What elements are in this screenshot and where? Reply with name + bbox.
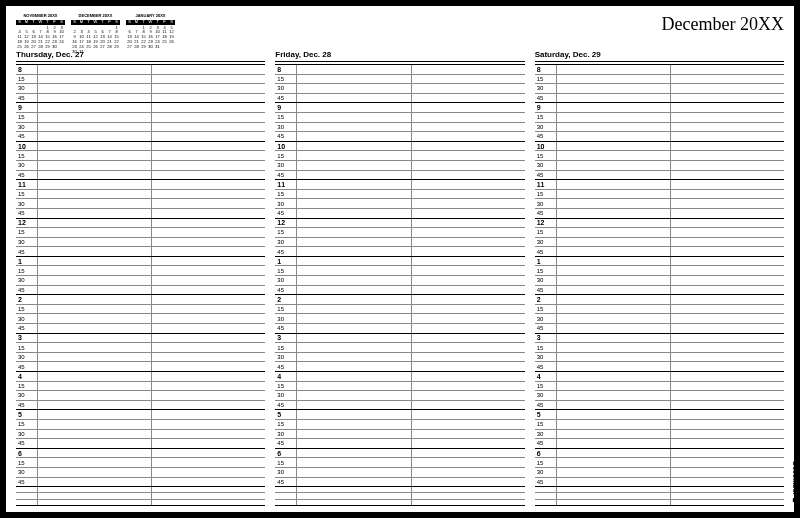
appointment-cell[interactable] xyxy=(152,276,265,285)
appointment-cell[interactable] xyxy=(297,180,411,189)
appointment-cell[interactable] xyxy=(297,401,411,410)
notes-cell[interactable] xyxy=(557,493,671,498)
appointment-cell[interactable] xyxy=(671,420,784,429)
appointment-cell[interactable] xyxy=(152,314,265,323)
appointment-cell[interactable] xyxy=(152,266,265,275)
appointment-cell[interactable] xyxy=(152,171,265,180)
appointment-cell[interactable] xyxy=(557,430,671,439)
appointment-cell[interactable] xyxy=(38,286,152,295)
appointment-cell[interactable] xyxy=(152,478,265,487)
appointment-cell[interactable] xyxy=(557,382,671,391)
appointment-cell[interactable] xyxy=(297,219,411,228)
notes-cell[interactable] xyxy=(38,493,152,498)
appointment-cell[interactable] xyxy=(297,228,411,237)
appointment-cell[interactable] xyxy=(412,286,525,295)
appointment-cell[interactable] xyxy=(297,314,411,323)
appointment-cell[interactable] xyxy=(412,324,525,333)
appointment-cell[interactable] xyxy=(557,257,671,266)
appointment-cell[interactable] xyxy=(297,372,411,381)
appointment-cell[interactable] xyxy=(152,401,265,410)
appointment-cell[interactable] xyxy=(671,180,784,189)
appointment-cell[interactable] xyxy=(297,334,411,343)
notes-cell[interactable] xyxy=(412,487,525,492)
appointment-cell[interactable] xyxy=(412,382,525,391)
appointment-cell[interactable] xyxy=(38,171,152,180)
appointment-cell[interactable] xyxy=(152,219,265,228)
appointment-cell[interactable] xyxy=(412,430,525,439)
appointment-cell[interactable] xyxy=(38,458,152,467)
appointment-cell[interactable] xyxy=(38,334,152,343)
appointment-cell[interactable] xyxy=(412,420,525,429)
appointment-cell[interactable] xyxy=(297,439,411,448)
notes-cell[interactable] xyxy=(275,487,297,492)
appointment-cell[interactable] xyxy=(671,449,784,458)
appointment-cell[interactable] xyxy=(412,439,525,448)
appointment-cell[interactable] xyxy=(297,94,411,103)
notes-cell[interactable] xyxy=(412,500,525,505)
appointment-cell[interactable] xyxy=(152,94,265,103)
appointment-cell[interactable] xyxy=(38,430,152,439)
appointment-cell[interactable] xyxy=(152,123,265,132)
appointment-cell[interactable] xyxy=(297,276,411,285)
appointment-cell[interactable] xyxy=(38,94,152,103)
appointment-cell[interactable] xyxy=(671,382,784,391)
appointment-cell[interactable] xyxy=(671,94,784,103)
notes-cell[interactable] xyxy=(671,493,784,498)
appointment-cell[interactable] xyxy=(297,151,411,160)
appointment-cell[interactable] xyxy=(412,276,525,285)
appointment-cell[interactable] xyxy=(38,401,152,410)
appointment-cell[interactable] xyxy=(557,458,671,467)
appointment-cell[interactable] xyxy=(671,123,784,132)
appointment-cell[interactable] xyxy=(557,180,671,189)
appointment-cell[interactable] xyxy=(557,478,671,487)
appointment-cell[interactable] xyxy=(557,353,671,362)
appointment-cell[interactable] xyxy=(38,382,152,391)
appointment-cell[interactable] xyxy=(412,401,525,410)
appointment-cell[interactable] xyxy=(152,65,265,74)
appointment-cell[interactable] xyxy=(38,219,152,228)
appointment-cell[interactable] xyxy=(152,324,265,333)
appointment-cell[interactable] xyxy=(38,324,152,333)
appointment-cell[interactable] xyxy=(412,209,525,218)
appointment-cell[interactable] xyxy=(38,132,152,141)
appointment-cell[interactable] xyxy=(152,420,265,429)
appointment-cell[interactable] xyxy=(671,468,784,477)
appointment-cell[interactable] xyxy=(557,276,671,285)
appointment-cell[interactable] xyxy=(38,238,152,247)
appointment-cell[interactable] xyxy=(671,132,784,141)
appointment-cell[interactable] xyxy=(557,123,671,132)
appointment-cell[interactable] xyxy=(412,94,525,103)
appointment-cell[interactable] xyxy=(38,257,152,266)
appointment-cell[interactable] xyxy=(152,180,265,189)
appointment-cell[interactable] xyxy=(671,362,784,371)
appointment-cell[interactable] xyxy=(671,305,784,314)
appointment-cell[interactable] xyxy=(412,238,525,247)
appointment-cell[interactable] xyxy=(297,132,411,141)
appointment-cell[interactable] xyxy=(557,209,671,218)
appointment-cell[interactable] xyxy=(557,247,671,256)
notes-cell[interactable] xyxy=(297,500,411,505)
appointment-cell[interactable] xyxy=(152,343,265,352)
appointment-cell[interactable] xyxy=(152,468,265,477)
notes-cell[interactable] xyxy=(671,487,784,492)
appointment-cell[interactable] xyxy=(412,266,525,275)
appointment-cell[interactable] xyxy=(297,410,411,419)
appointment-cell[interactable] xyxy=(671,238,784,247)
appointment-cell[interactable] xyxy=(412,410,525,419)
appointment-cell[interactable] xyxy=(412,372,525,381)
appointment-cell[interactable] xyxy=(671,314,784,323)
appointment-cell[interactable] xyxy=(297,343,411,352)
appointment-cell[interactable] xyxy=(412,257,525,266)
appointment-cell[interactable] xyxy=(152,132,265,141)
appointment-cell[interactable] xyxy=(297,324,411,333)
appointment-cell[interactable] xyxy=(297,199,411,208)
appointment-cell[interactable] xyxy=(297,171,411,180)
appointment-cell[interactable] xyxy=(152,84,265,93)
appointment-cell[interactable] xyxy=(671,353,784,362)
appointment-cell[interactable] xyxy=(557,84,671,93)
appointment-cell[interactable] xyxy=(671,439,784,448)
appointment-cell[interactable] xyxy=(152,305,265,314)
appointment-cell[interactable] xyxy=(671,324,784,333)
appointment-cell[interactable] xyxy=(38,266,152,275)
appointment-cell[interactable] xyxy=(38,151,152,160)
